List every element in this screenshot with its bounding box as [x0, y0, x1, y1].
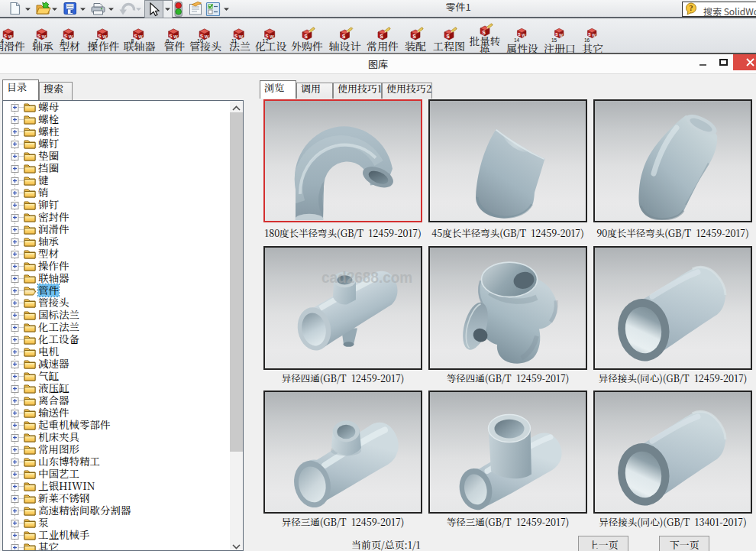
svg-text:15: 15	[551, 37, 557, 43]
svg-text:S: S	[234, 34, 237, 38]
svg-text:W: W	[102, 34, 107, 39]
svg-text:S: S	[170, 34, 173, 38]
svg-text:7: 7	[95, 38, 99, 44]
svg-text:16: 16	[584, 37, 590, 43]
svg-text:11: 11	[231, 38, 237, 44]
svg-text:4: 4	[1, 38, 4, 44]
svg-text:W: W	[138, 34, 143, 39]
svg-text:S: S	[99, 34, 102, 38]
svg-text:S: S	[37, 34, 40, 38]
svg-text:S: S	[200, 34, 203, 38]
svg-text:cad2688.com: cad2688.com	[321, 270, 412, 286]
svg-text:W: W	[270, 34, 274, 39]
svg-text:S: S	[266, 34, 269, 38]
svg-text:W: W	[559, 33, 563, 37]
svg-text:9: 9	[166, 38, 170, 44]
svg-text:12: 12	[263, 38, 269, 44]
svg-text:S: S	[342, 34, 346, 39]
svg-text:W: W	[239, 34, 244, 39]
svg-text:S: S	[4, 34, 7, 38]
svg-text:S: S	[380, 34, 384, 39]
svg-text:W: W	[173, 34, 178, 39]
svg-text:8: 8	[131, 38, 134, 44]
svg-text:S: S	[64, 34, 67, 38]
svg-text:W: W	[69, 34, 73, 39]
svg-text:W: W	[522, 33, 525, 37]
svg-text:W: W	[8, 34, 13, 39]
svg-text:14: 14	[514, 37, 520, 43]
svg-text:6: 6	[61, 38, 64, 44]
svg-text:S: S	[447, 34, 451, 39]
svg-text:S: S	[413, 34, 417, 39]
svg-text:S: S	[305, 34, 309, 39]
svg-text:W: W	[205, 34, 209, 39]
svg-text:10: 10	[197, 38, 203, 44]
svg-text:W: W	[592, 33, 596, 37]
svg-text:W: W	[42, 34, 47, 39]
svg-text:S: S	[134, 34, 137, 38]
svg-text:S: S	[483, 30, 486, 35]
svg-text:5: 5	[34, 38, 37, 44]
